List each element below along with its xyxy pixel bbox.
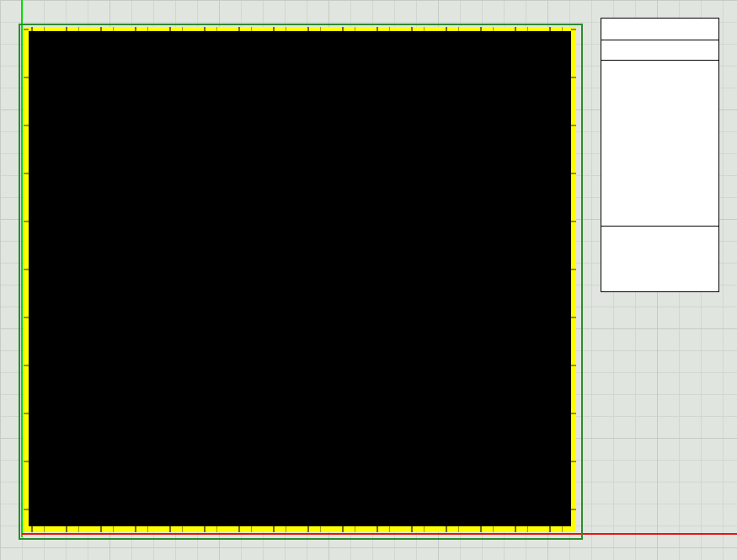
stat-std (611, 274, 718, 288)
stat-units (611, 245, 718, 259)
map-viewport[interactable] (29, 31, 571, 526)
legend-scale-type (601, 40, 718, 61)
colorbar (614, 70, 631, 216)
border-ticks-bottom (24, 526, 576, 532)
legend-stats (601, 227, 718, 291)
workspace-background: { "window": { "colors": { "background": … (0, 0, 737, 560)
stat-scale (611, 231, 718, 245)
stat-mean (611, 259, 718, 274)
legend-panel[interactable] (601, 18, 719, 292)
buildings-layer (29, 31, 571, 526)
border-ticks-right (571, 27, 576, 532)
colorbar-section (601, 61, 718, 227)
legend-title (601, 19, 718, 40)
